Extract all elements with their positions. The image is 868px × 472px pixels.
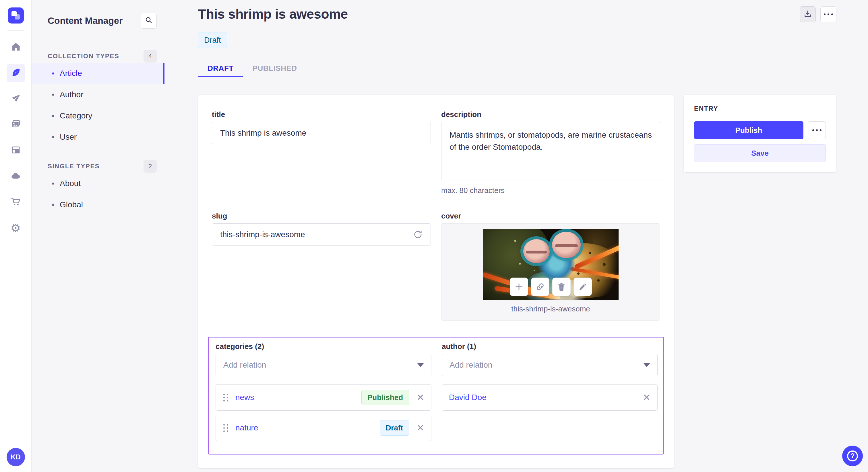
- version-tabs: DRAFT PUBLISHED: [198, 61, 836, 77]
- search-button[interactable]: [141, 12, 157, 29]
- cover-asset-card: this-shrimp-is-awesome: [441, 224, 660, 321]
- description-field: description Mantis shrimps, or stomatopo…: [441, 110, 660, 195]
- author-relation: author (1) Add relation David Doe ✕: [442, 342, 658, 445]
- regenerate-slug-button[interactable]: [412, 229, 423, 240]
- status-badge: Draft: [198, 32, 227, 48]
- search-icon: [145, 16, 153, 25]
- slug-field: slug: [212, 212, 431, 321]
- sidebar-item-article[interactable]: • Article: [32, 63, 165, 84]
- entry-panel: ENTRY Publish Save: [684, 95, 836, 172]
- sidebar-item-label: Article: [60, 69, 82, 78]
- relations-group: categories (2) Add relation news Publish…: [208, 337, 664, 454]
- delete-asset-button[interactable]: [552, 278, 570, 296]
- save-button[interactable]: Save: [694, 144, 826, 162]
- sidebar-item-user[interactable]: • User: [32, 127, 165, 147]
- rail-divider: [7, 30, 24, 31]
- content-manager-subnav: Content Manager COLLECTION TYPES 4 • Art…: [32, 0, 165, 472]
- download-icon: [803, 9, 812, 19]
- relation-item-david-doe: David Doe ✕: [442, 384, 658, 411]
- slug-label: slug: [212, 212, 431, 221]
- layout-icon: [11, 145, 21, 156]
- main-content: This shrimp is awesome Draft DRAFT PUBLI…: [165, 0, 868, 468]
- relation-link[interactable]: David Doe: [449, 393, 487, 402]
- user-avatar[interactable]: KD: [7, 448, 25, 466]
- sidebar-item-about[interactable]: • About: [32, 173, 165, 194]
- help-button[interactable]: ?: [842, 446, 863, 466]
- shopping-cart-icon: [11, 196, 21, 208]
- cloud-icon: [11, 171, 21, 182]
- collection-types-label: COLLECTION TYPES: [48, 53, 119, 60]
- relation-item-news: news Published ✕: [216, 384, 431, 411]
- media-library-icon: [11, 119, 21, 131]
- sidebar-item-label: Global: [60, 200, 83, 209]
- categories-add-relation-select[interactable]: Add relation: [216, 354, 431, 376]
- main-nav-rail: ⚙ KD: [0, 0, 32, 472]
- add-relation-placeholder: Add relation: [450, 361, 492, 370]
- paper-plane-icon: [11, 93, 21, 105]
- sidebar-item-author[interactable]: • Author: [32, 84, 165, 105]
- bullet-icon: •: [52, 90, 55, 99]
- sidebar-item-global[interactable]: • Global: [32, 194, 165, 215]
- sidebar-item-category[interactable]: • Category: [32, 105, 165, 126]
- relation-item-nature: nature Draft ✕: [216, 415, 431, 441]
- collection-types-section: COLLECTION TYPES 4 • Article • Author • …: [32, 50, 165, 147]
- single-types-label: SINGLE TYPES: [48, 163, 100, 170]
- author-add-relation-select[interactable]: Add relation: [442, 354, 658, 376]
- single-types-section: SINGLE TYPES 2 • About • Global: [32, 160, 165, 215]
- entry-panel-title: ENTRY: [694, 105, 826, 113]
- drag-handle-icon[interactable]: [223, 393, 229, 402]
- relation-status-badge: Published: [361, 390, 409, 405]
- sidebar-item-label: Category: [60, 111, 92, 121]
- feather-icon: [11, 67, 21, 79]
- title-label: title: [212, 110, 431, 119]
- remove-relation-button[interactable]: ✕: [643, 393, 650, 402]
- home-icon: [11, 42, 21, 53]
- add-asset-button[interactable]: [510, 278, 528, 296]
- description-input[interactable]: Mantis shrimps, or stomatopods, are mari…: [441, 122, 660, 180]
- more-options-button[interactable]: [820, 6, 836, 22]
- nav-cloud[interactable]: [7, 167, 25, 186]
- entry-more-button[interactable]: [808, 121, 826, 139]
- title-input[interactable]: [212, 122, 431, 144]
- bullet-icon: •: [52, 69, 55, 78]
- bullet-icon: •: [52, 200, 55, 209]
- ellipsis-icon: [812, 129, 822, 131]
- nav-home[interactable]: [7, 38, 25, 57]
- nav-content-manager[interactable]: [7, 64, 25, 82]
- cover-caption: this-shrimp-is-awesome: [511, 305, 590, 313]
- publish-button[interactable]: Publish: [694, 121, 803, 139]
- subnav-rule: [48, 37, 61, 37]
- collection-types-count: 4: [144, 50, 157, 63]
- edit-asset-button[interactable]: [574, 278, 592, 296]
- nav-settings[interactable]: ⚙: [7, 219, 25, 237]
- tab-draft[interactable]: DRAFT: [198, 61, 243, 77]
- cover-image: [483, 229, 619, 300]
- title-field: title: [212, 110, 431, 195]
- relation-link[interactable]: news: [236, 393, 254, 402]
- nav-releases[interactable]: [7, 90, 25, 108]
- tab-published[interactable]: PUBLISHED: [243, 61, 307, 77]
- chevron-down-icon: [644, 363, 650, 367]
- sidebar-item-label: About: [60, 179, 81, 188]
- nav-media-library[interactable]: [7, 115, 25, 134]
- author-label: author (1): [442, 342, 658, 351]
- add-relation-placeholder: Add relation: [223, 361, 266, 370]
- chevron-down-icon: [417, 363, 424, 367]
- remove-relation-button[interactable]: ✕: [416, 423, 424, 432]
- categories-label: categories (2): [216, 342, 431, 351]
- strapi-logo[interactable]: [8, 7, 24, 24]
- download-button[interactable]: [800, 6, 816, 22]
- bullet-icon: •: [52, 111, 55, 121]
- slug-input[interactable]: [212, 224, 431, 246]
- categories-relation: categories (2) Add relation news Publish…: [216, 342, 431, 445]
- relation-link[interactable]: nature: [236, 423, 258, 432]
- cover-field: cover: [441, 212, 660, 321]
- remove-relation-button[interactable]: ✕: [416, 393, 424, 402]
- nav-content-type-builder[interactable]: [7, 141, 25, 160]
- cover-label: cover: [441, 212, 660, 221]
- edit-form-card: title description Mantis shrimps, or sto…: [198, 95, 674, 468]
- nav-marketplace[interactable]: [7, 193, 25, 211]
- question-mark-icon: ?: [847, 450, 858, 461]
- copy-link-button[interactable]: [531, 278, 549, 296]
- drag-handle-icon[interactable]: [223, 424, 229, 432]
